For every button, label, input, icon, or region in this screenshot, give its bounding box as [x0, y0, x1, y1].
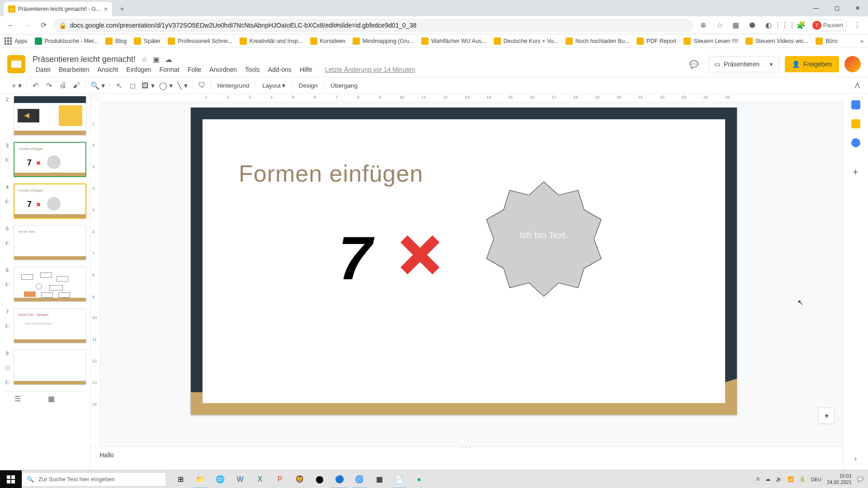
zoom-button[interactable]: 🔍 ▾	[89, 79, 107, 92]
bookmark-item[interactable]: Steuern Videos wic...	[745, 38, 808, 45]
redo-button[interactable]: ↷	[43, 79, 56, 92]
new-tab-button[interactable]: +	[116, 3, 128, 15]
bookmark-overflow[interactable]: »	[860, 38, 863, 44]
account-avatar[interactable]	[844, 56, 861, 72]
back-button[interactable]: ←	[5, 19, 17, 32]
taskbar-search[interactable]: 🔍 Zur Suche Text hier eingeben	[22, 472, 166, 487]
volume-icon[interactable]: 🔊	[776, 476, 782, 482]
qr-icon[interactable]: ▦	[730, 19, 742, 32]
shape-text[interactable]: Ich bin Text.	[503, 230, 585, 240]
bookmark-item[interactable]: Kursideen	[310, 38, 345, 45]
horizontal-ruler[interactable]: 1234567891011121314151617181920212223242…	[100, 94, 843, 102]
start-button[interactable]	[0, 470, 22, 488]
speaker-notes[interactable]: • • • Hallo	[90, 446, 843, 470]
edge-app-icon[interactable]: 🌀	[350, 470, 369, 488]
bookmark-item[interactable]: Deutsche Kurs + Vo...	[494, 38, 558, 45]
keyboard-lang[interactable]: DEU	[811, 477, 821, 482]
tasks-icon[interactable]	[851, 138, 860, 147]
speaker-notes-text[interactable]: Hallo	[99, 451, 114, 459]
menu-tools[interactable]: Tools	[242, 65, 263, 74]
share-button[interactable]: 👤 Freigeben	[785, 56, 839, 72]
close-window-button[interactable]: ✕	[847, 0, 868, 16]
brave-icon[interactable]: 🦁	[290, 470, 309, 488]
apps-bookmark[interactable]: Apps	[5, 38, 28, 45]
obs-icon[interactable]: ⬤	[310, 470, 329, 488]
bookmark-item[interactable]: Später	[134, 38, 160, 45]
filmstrip-view-icon[interactable]: ☰	[14, 394, 21, 403]
present-dropdown-icon[interactable]: ▼	[765, 62, 774, 67]
bookmark-item[interactable]: PDF Report	[637, 38, 676, 45]
menu-slide[interactable]: Folie	[184, 65, 204, 74]
spotify-icon[interactable]: ●	[410, 470, 429, 488]
notepad-icon[interactable]: 📄	[390, 470, 409, 488]
last-edit-label[interactable]: Letzte Änderung vor 14 Minuten	[322, 65, 418, 74]
notifications-icon[interactable]: 💬	[857, 476, 863, 482]
big-number-7[interactable]: 7	[338, 223, 372, 293]
slide-thumbnail-7[interactable]: Erste Folie – Beispiel Lorem ipsum dolor…	[14, 308, 86, 343]
explore-button[interactable]: ✦	[818, 408, 835, 424]
star-icon[interactable]: ☆	[713, 19, 726, 32]
background-button[interactable]: Hintergrund	[214, 82, 253, 89]
word-icon[interactable]: W	[231, 470, 250, 488]
bookmark-item[interactable]: Professionell Schrei...	[168, 38, 232, 45]
battery-icon[interactable]: 🔋	[799, 476, 806, 482]
chrome-icon[interactable]: 🔵	[330, 470, 349, 488]
grid-view-icon[interactable]: ▦	[48, 394, 55, 403]
canvas-viewport[interactable]: Formen einfügen 7 Ich bin Text. ✦	[100, 102, 843, 446]
bookmark-item[interactable]: Blog	[105, 38, 127, 45]
clock[interactable]: 15:01 24.02.2021	[827, 473, 852, 485]
cloud-status-icon[interactable]: ☁	[165, 55, 172, 64]
menu-addons[interactable]: Add-ons	[265, 65, 295, 74]
slide-thumbnail-5[interactable]: Ich bin Text.	[14, 225, 86, 260]
slide[interactable]: Formen einfügen 7 Ich bin Text.	[191, 108, 737, 415]
url-bar[interactable]: 🔒 docs.google.com/presentation/d/1yV372S…	[53, 19, 693, 32]
image-tool[interactable]: 🖼 ▾	[140, 79, 156, 92]
comments-button[interactable]: 💬	[685, 56, 703, 72]
print-button[interactable]: 🖨	[57, 79, 69, 92]
notes-drag-handle[interactable]: • • •	[462, 445, 472, 449]
menu-arrange[interactable]: Anordnen	[206, 65, 240, 74]
comment-tool[interactable]: 🗨	[195, 79, 208, 92]
keep-icon[interactable]	[851, 119, 860, 128]
slides-logo[interactable]	[7, 55, 25, 73]
minimize-button[interactable]: —	[806, 0, 826, 16]
bookmark-item[interactable]: Noch hochladen Bu...	[566, 38, 630, 45]
slide-thumbnail-2[interactable]	[14, 96, 86, 136]
slide-title-text[interactable]: Formen einfügen	[239, 160, 423, 187]
undo-button[interactable]: ↶	[29, 79, 42, 92]
transition-button[interactable]: Übergang	[327, 82, 361, 89]
extension-icon-3[interactable]: ⋮⋮⋮	[778, 19, 791, 32]
hide-side-panel-icon[interactable]: ›	[854, 455, 857, 463]
menu-insert[interactable]: Einfügen	[123, 65, 154, 74]
thumbnail-panel[interactable]: 2 3◐ Formen einfügen 7✖ 4◐ Formen einfüg…	[0, 94, 90, 470]
excel-icon[interactable]: X	[250, 470, 269, 488]
onedrive-icon[interactable]: ☁	[765, 476, 770, 482]
select-tool[interactable]: ↖	[113, 79, 125, 92]
slide-thumbnail-8[interactable]	[14, 350, 86, 385]
paint-format-button[interactable]: 🖌	[70, 79, 83, 92]
star-document-icon[interactable]: ☆	[141, 55, 147, 64]
slide-thumbnail-3[interactable]: Formen einfügen 7✖	[14, 142, 86, 177]
shape-tool[interactable]: ◯ ▾	[157, 79, 175, 92]
bookmark-item[interactable]: Mindmapping (Gru...	[353, 38, 414, 45]
bookmark-item[interactable]: Kreativität und Insp...	[240, 38, 302, 45]
menu-help[interactable]: Hilfe	[297, 65, 316, 74]
slide-thumbnail-4[interactable]: Formen einfügen 7✖	[14, 183, 86, 219]
bookmark-item[interactable]: Steuern Lesen !!!!	[684, 38, 738, 45]
menu-edit[interactable]: Bearbeiten	[56, 65, 93, 74]
profile-chip[interactable]: T Pausiert	[811, 19, 847, 31]
bookmark-item[interactable]: Produktsuche - Mer...	[35, 38, 99, 45]
edge-icon[interactable]: 🌐	[211, 470, 230, 488]
textbox-tool[interactable]: ◻	[126, 79, 139, 92]
vertical-ruler[interactable]: 1234567891011121314	[90, 102, 100, 470]
add-addon-icon[interactable]: +	[853, 166, 859, 178]
tray-chevron-icon[interactable]: ᐱ	[756, 476, 760, 482]
chrome-menu-icon[interactable]: ⋮	[851, 19, 863, 32]
task-view-icon[interactable]: ⊞	[171, 470, 190, 488]
reload-button[interactable]: ⟳	[37, 19, 50, 32]
layout-button[interactable]: Layout ▾	[259, 82, 289, 89]
zoom-icon[interactable]: ⊕	[697, 19, 710, 32]
explorer-icon[interactable]: 📁	[191, 470, 210, 488]
calendar-icon[interactable]	[851, 100, 860, 109]
line-tool[interactable]: ╲ ▾	[175, 79, 189, 92]
